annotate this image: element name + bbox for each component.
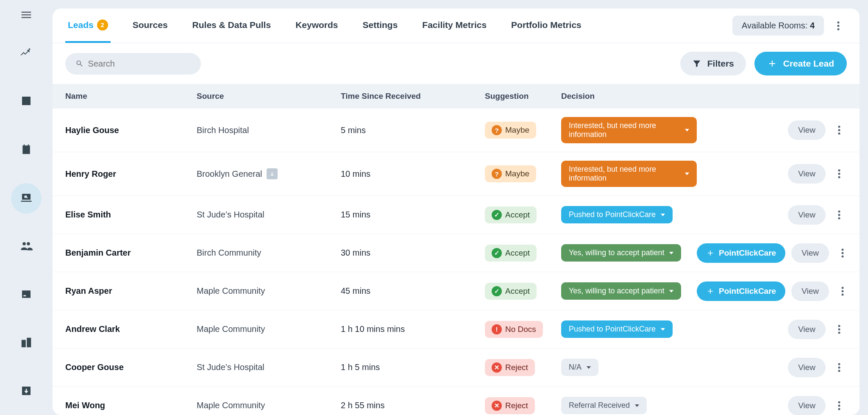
tab-label: Settings (363, 20, 398, 30)
decision-dropdown[interactable]: Yes, willing to accept patient (561, 244, 681, 262)
table-header: NameSourceTime Since ReceivedSuggestionD… (53, 84, 860, 109)
suggestion-status-icon: ✓ (492, 286, 502, 296)
tab-portfolio-metrics[interactable]: Portfolio Metrics (509, 8, 584, 43)
time-since-received: 5 mins (341, 125, 485, 135)
available-rooms-chip: Available Rooms: 4 (732, 16, 824, 36)
view-button[interactable]: View (788, 205, 826, 225)
chevron-down-icon (635, 404, 639, 407)
tab-facility-metrics[interactable]: Facility Metrics (420, 8, 489, 43)
decision-cell: Interested, but need more information (561, 117, 697, 143)
nav-people[interactable] (11, 231, 42, 262)
chevron-down-icon (661, 328, 665, 331)
suggestion-cell: ✓Accept (485, 283, 561, 300)
decision-dropdown[interactable]: Referral Received (561, 397, 647, 414)
search-box[interactable] (65, 53, 201, 75)
lead-name: Elise Smith (65, 210, 197, 220)
row-more-button[interactable] (832, 398, 847, 413)
lead-name: Benjamin Carter (65, 248, 197, 258)
svg-point-11 (838, 217, 840, 219)
view-button[interactable]: View (788, 358, 826, 377)
main-panel: Leads2SourcesRules & Data PullsKeywordsS… (53, 8, 860, 415)
search-input[interactable] (88, 59, 191, 69)
sidebar (0, 0, 53, 415)
tab-label: Rules & Data Pulls (192, 20, 271, 30)
view-button[interactable]: View (791, 281, 829, 301)
decision-dropdown[interactable]: N/A (561, 359, 598, 376)
svg-point-16 (842, 290, 844, 292)
nav-download-box[interactable] (11, 376, 42, 407)
chevron-down-icon (661, 214, 665, 216)
source-name: Maple Community (197, 286, 265, 296)
decision-cell: Interested, but need more information (561, 161, 697, 187)
view-button[interactable]: View (788, 120, 826, 140)
suggestion-status-icon: ✕ (492, 362, 502, 373)
actions-cell: View (697, 358, 847, 377)
decision-dropdown[interactable]: Pushed to PointClickCare (561, 206, 673, 223)
decision-dropdown[interactable]: Yes, willing to accept patient (561, 282, 681, 300)
row-more-button[interactable] (832, 207, 847, 223)
create-lead-label: Create Lead (783, 58, 834, 69)
lead-name: Henry Roger (65, 169, 197, 179)
tab-leads[interactable]: Leads2 (65, 8, 111, 43)
row-more-button[interactable] (835, 245, 850, 261)
column-header: Decision (561, 92, 697, 101)
decision-text: Pushed to PointClickCare (569, 325, 656, 334)
svg-point-0 (837, 21, 840, 23)
source-name: Maple Community (197, 401, 265, 410)
svg-point-6 (838, 170, 840, 172)
nav-buildings[interactable] (11, 328, 42, 359)
tab-settings[interactable]: Settings (360, 8, 401, 43)
suggestion-status-icon: ! (492, 324, 502, 334)
row-more-button[interactable] (832, 166, 847, 181)
svg-point-12 (842, 248, 844, 251)
table-row: Elise SmithSt Jude’s Hospital15 mins✓Acc… (53, 196, 860, 234)
view-button[interactable]: View (788, 320, 826, 339)
plus-icon (706, 287, 715, 295)
tabsbar-more-button[interactable] (830, 17, 847, 34)
suggestion-badge: ?Maybe (485, 122, 536, 139)
view-button[interactable]: View (788, 164, 826, 184)
pointclickcare-button[interactable]: PointClickCare (697, 243, 785, 263)
decision-text: Yes, willing to accept patient (569, 248, 664, 257)
suggestion-text: Maybe (505, 169, 529, 178)
suggestion-cell: ?Maybe (485, 122, 561, 139)
decision-dropdown[interactable]: Interested, but need more information (561, 161, 697, 187)
tab-rules-data-pulls[interactable]: Rules & Data Pulls (190, 8, 274, 43)
row-more-button[interactable] (835, 284, 850, 299)
decision-text: Pushed to PointClickCare (569, 210, 656, 219)
available-rooms-label: Available Rooms: (742, 21, 810, 30)
pointclickcare-button[interactable]: PointClickCare (697, 281, 785, 301)
column-header: Time Since Received (341, 92, 485, 101)
actions-cell: PointClickCareView (697, 243, 850, 263)
time-since-received: 45 mins (341, 286, 485, 296)
row-more-button[interactable] (832, 123, 847, 138)
suggestion-status-icon: ✕ (492, 401, 502, 411)
lead-source: Birch Community (197, 248, 341, 258)
suggestion-text: Reject (505, 363, 528, 372)
nav-bar-chart[interactable] (11, 86, 42, 117)
more-vertical-icon (841, 248, 844, 258)
view-button[interactable]: View (788, 396, 826, 415)
create-lead-button[interactable]: Create Lead (754, 52, 847, 75)
tab-keywords[interactable]: Keywords (293, 8, 340, 43)
nav-laptop-search[interactable] (11, 183, 42, 214)
table-row: Andrew ClarkMaple Community1 h 10 mins m… (53, 310, 860, 348)
tab-sources[interactable]: Sources (130, 8, 170, 43)
filters-button[interactable]: Filters (680, 52, 746, 75)
svg-point-3 (838, 126, 840, 128)
search-icon (75, 59, 84, 68)
menu-toggle[interactable] (14, 8, 38, 21)
id-badge-icon (20, 288, 33, 302)
source-name: Maple Community (197, 324, 265, 334)
source-name: Birch Hospital (197, 125, 249, 135)
row-more-button[interactable] (832, 360, 847, 375)
decision-dropdown[interactable]: Pushed to PointClickCare (561, 320, 673, 338)
row-more-button[interactable] (832, 322, 847, 337)
tab-label: Facility Metrics (422, 20, 487, 30)
nav-sparkle-trend[interactable] (11, 38, 42, 69)
decision-dropdown[interactable]: Interested, but need more information (561, 117, 697, 143)
view-button[interactable]: View (791, 243, 829, 263)
nav-id-badge[interactable] (11, 280, 42, 310)
nav-calendar[interactable] (11, 135, 42, 165)
svg-point-1 (837, 25, 840, 27)
